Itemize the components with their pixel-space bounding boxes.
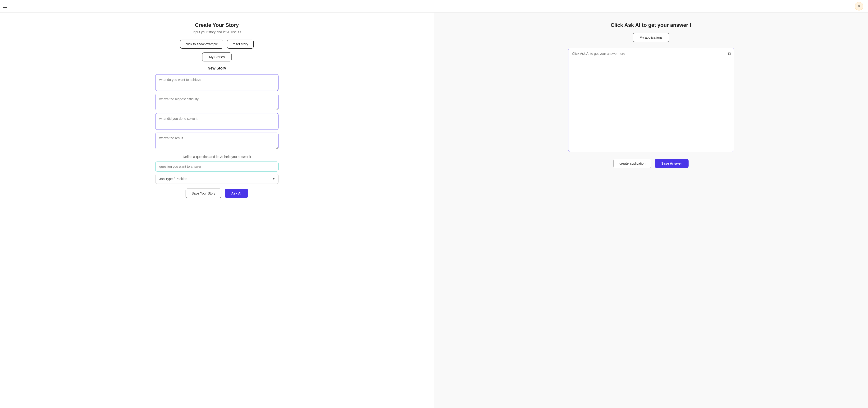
- achieve-input[interactable]: [155, 74, 279, 91]
- save-story-button[interactable]: Save Your Story: [186, 188, 221, 198]
- create-story-title: Create Your Story: [195, 22, 239, 28]
- story-inputs: [155, 74, 279, 149]
- create-application-button[interactable]: create application: [614, 159, 651, 168]
- job-type-select-wrapper: Job Type / Position Software Engineer Pr…: [155, 174, 279, 184]
- reset-story-button[interactable]: reset story: [227, 39, 253, 49]
- right-panel-title: Click Ask AI to get your answer !: [611, 22, 691, 28]
- top-action-buttons: click to show example reset story: [180, 39, 254, 49]
- result-input[interactable]: [155, 133, 279, 149]
- my-stories-button[interactable]: My Stories: [202, 52, 231, 61]
- sun-icon: ☀: [857, 4, 861, 9]
- bottom-action-buttons: Save Your Story Ask AI: [186, 188, 248, 198]
- top-bar: ☀: [0, 0, 868, 12]
- job-type-select[interactable]: Job Type / Position Software Engineer Pr…: [155, 174, 279, 184]
- hamburger-menu-button[interactable]: ☰: [3, 5, 7, 10]
- my-applications-button[interactable]: My applications: [632, 33, 670, 42]
- answer-textarea[interactable]: [568, 48, 734, 152]
- right-panel: Click Ask AI to get your answer ! My app…: [434, 12, 868, 408]
- new-story-label: New Story: [155, 66, 279, 70]
- copy-icon[interactable]: ⧉: [728, 51, 731, 56]
- question-input[interactable]: [155, 162, 279, 172]
- save-answer-button[interactable]: Save Answer: [655, 159, 688, 168]
- show-example-button[interactable]: click to show example: [180, 39, 223, 49]
- main-content: Create Your Story Input your story and l…: [0, 12, 868, 408]
- create-story-subtitle: Input your story and let AI use it !: [193, 30, 241, 34]
- right-panel-inner: Click Ask AI to get your answer ! My app…: [568, 22, 734, 168]
- ask-ai-button[interactable]: Ask AI: [225, 189, 248, 198]
- difficulty-input[interactable]: [155, 94, 279, 110]
- define-question-label: Define a question and let AI help you an…: [183, 155, 251, 159]
- left-panel: Create Your Story Input your story and l…: [0, 12, 434, 408]
- hamburger-icon: ☰: [3, 5, 7, 10]
- theme-toggle-button[interactable]: ☀: [855, 2, 863, 10]
- left-panel-inner: Create Your Story Input your story and l…: [155, 22, 279, 198]
- answer-area-wrapper: ⧉: [568, 48, 734, 153]
- right-bottom-buttons: create application Save Answer: [614, 159, 688, 168]
- solve-input[interactable]: [155, 113, 279, 130]
